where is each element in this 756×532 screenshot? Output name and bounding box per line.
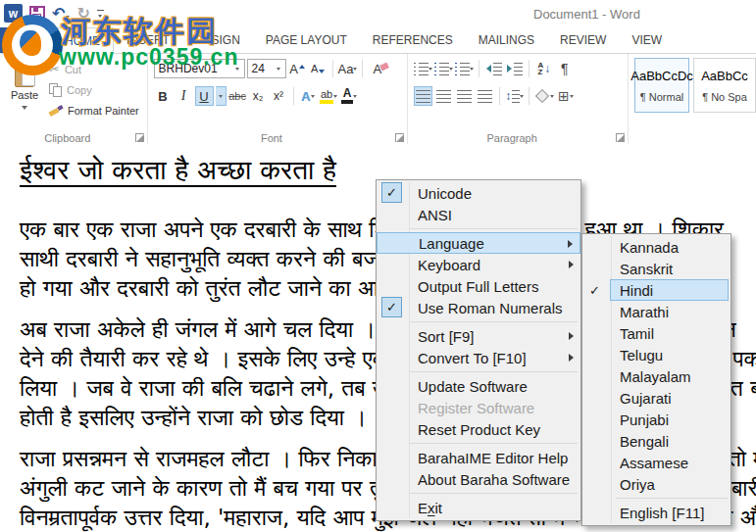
submenu-item-punjabi[interactable]: Punjabi (582, 409, 731, 430)
menu-item-output-full-letters[interactable]: Output Full Letters (377, 275, 580, 297)
tab-page-layout[interactable]: PAGE LAYOUT (253, 27, 360, 53)
clipboard-dialog-launcher-icon[interactable] (135, 133, 144, 142)
bold-button[interactable]: B (154, 86, 173, 106)
submenu-item-telugu[interactable]: Telugu (582, 344, 731, 365)
tab-references[interactable]: REFERENCES (360, 27, 466, 53)
submenu-item-assamese[interactable]: Assamese (582, 452, 731, 473)
menu-item-keyboard[interactable]: Keyboard (377, 254, 580, 275)
submenu-item-oriya[interactable]: Oriya (582, 473, 731, 495)
save-icon[interactable] (29, 6, 45, 22)
menu-item-reset-product-key[interactable]: Reset Product Key (377, 418, 580, 440)
show-hide-marks-button[interactable]: ¶ (555, 59, 574, 78)
submenu-item-tamil[interactable]: Tamil (582, 322, 731, 344)
underline-dropdown[interactable] (216, 86, 227, 106)
copy-button[interactable]: Copy (49, 82, 139, 97)
tab-review[interactable]: REVIEW (547, 27, 619, 53)
menu-item-label: Output Full Letters (418, 278, 538, 295)
menu-item-convert-to[interactable]: Convert To [F10] (377, 347, 580, 368)
grow-font-button[interactable]: A (288, 59, 307, 78)
font-name-value: BRHDev01 (155, 60, 231, 77)
redo-button[interactable]: ↻ (76, 7, 89, 21)
sort-button[interactable]: AZ ↓ (534, 59, 553, 78)
borders-button[interactable]: ⊞ (556, 86, 575, 106)
tab-view[interactable]: VIEW (619, 27, 675, 53)
numbering-button[interactable] (434, 59, 453, 78)
pilcrow-icon: ¶ (561, 61, 569, 76)
submenu-item-sanskrit[interactable]: Sanskrit (582, 258, 731, 279)
customize-qat-button[interactable] (97, 10, 104, 20)
tab-design[interactable]: DESIGN (182, 27, 253, 53)
scissors-icon: ✂ (49, 63, 60, 75)
submenu-item-marathi[interactable]: Marathi (582, 301, 731, 322)
paragraph-dialog-launcher-icon[interactable] (616, 133, 625, 142)
word-logo-icon[interactable]: w (4, 4, 23, 23)
menu-item-about[interactable]: About Baraha Software (377, 468, 580, 490)
line-spacing-button[interactable]: ↕ (505, 86, 524, 106)
title-bar: w ↶ ↻ Document1 - Word (0, 0, 756, 27)
tab-home[interactable]: HOME (51, 27, 114, 54)
menu-item-update-software[interactable]: Update Software (377, 375, 580, 397)
strikethrough-button[interactable]: abc (228, 86, 247, 106)
grow-font-letter: A (289, 62, 298, 76)
submenu-item-gujarati[interactable]: Gujarati (582, 387, 731, 409)
menu-item-editor-help[interactable]: BarahaIME Editor Help (377, 447, 580, 468)
decrease-indent-button[interactable] (484, 59, 503, 78)
font-group: BRHDev01 24 A A Aa A B I U abc (148, 54, 409, 145)
menu-item-unicode[interactable]: ✓ Unicode (377, 182, 580, 204)
submenu-item-hindi[interactable]: ✓ Hindi (582, 279, 731, 301)
paragraph-group: AZ ↓ ¶ ↕ ⊞ Paragraph (408, 54, 629, 145)
italic-button[interactable]: I (175, 86, 193, 106)
text-effects-button[interactable]: A (299, 86, 318, 106)
style-card-normal[interactable]: AaBbCcDc ¶ Normal (634, 58, 689, 113)
align-left-button[interactable] (414, 86, 432, 106)
align-center-button[interactable] (434, 86, 453, 106)
text-highlight-button[interactable]: ab (320, 86, 338, 106)
underline-dropdown-icon (219, 95, 223, 100)
align-right-button[interactable] (455, 86, 474, 106)
style-card-no-spacing[interactable]: AaBbCc ¶ No Spa (693, 58, 756, 113)
shrink-font-button[interactable]: A (309, 59, 328, 78)
tab-mailings[interactable]: MAILINGS (466, 27, 547, 53)
justify-button[interactable] (476, 86, 494, 106)
checkmark-icon: ✓ (381, 297, 402, 317)
quick-access-toolbar: w ↶ ↻ (4, 4, 104, 23)
text-effects-dropdown-icon (311, 95, 315, 100)
menu-item-ansi[interactable]: ANSI (377, 204, 580, 225)
font-color-button[interactable]: A (340, 86, 359, 106)
undo-button[interactable]: ↶ (52, 7, 70, 21)
font-size-combo[interactable]: 24 (247, 59, 286, 78)
submenu-item-malayalam[interactable]: Malayalam (582, 365, 731, 387)
submenu-item-kannada[interactable]: Kannada (582, 236, 731, 258)
grow-font-arrow-icon (299, 62, 305, 69)
font-name-combo[interactable]: BRHDev01 (154, 59, 245, 78)
submenu-item-bengali[interactable]: Bengali (582, 430, 731, 452)
tab-insert[interactable]: INSERT (114, 27, 182, 53)
underline-button[interactable]: U (195, 86, 214, 106)
submenu-item-label: Telugu (620, 347, 663, 363)
submenu-item-label: Sanskrit (620, 261, 673, 277)
submenu-item-english[interactable]: English [F11] (582, 502, 731, 523)
change-case-button[interactable]: Aa (338, 59, 358, 78)
language-submenu: Kannada Sanskrit ✓ Hindi Marathi Tamil T… (581, 233, 731, 526)
text-effects-icon: A (301, 89, 310, 104)
subscript-button[interactable]: x₂ (249, 86, 268, 106)
menu-item-use-roman-numerals[interactable]: ✓ Use Roman Numerals (377, 297, 580, 318)
menu-item-sort[interactable]: Sort [F9] (377, 325, 580, 347)
font-size-value: 24 (248, 60, 273, 77)
submenu-arrow-icon (569, 261, 574, 268)
multilevel-list-button[interactable] (455, 59, 474, 78)
superscript-button[interactable]: x² (270, 86, 288, 106)
paste-button[interactable]: Paste (4, 57, 45, 130)
menu-item-exit[interactable]: Exit (377, 497, 580, 518)
menu-item-label: Language (419, 235, 484, 252)
font-dialog-launcher-icon[interactable] (395, 133, 404, 142)
tab-file[interactable]: FILE (0, 27, 51, 53)
submenu-item-label: Malayalam (620, 368, 691, 385)
clear-formatting-button[interactable]: A (368, 59, 386, 78)
shading-button[interactable] (534, 86, 554, 106)
format-painter-button[interactable]: Format Painter (49, 103, 139, 118)
increase-indent-button[interactable] (505, 59, 524, 78)
bullets-button[interactable] (414, 59, 432, 78)
menu-item-language[interactable]: Language (377, 232, 580, 254)
cut-button[interactable]: ✂ Cut (49, 62, 139, 76)
